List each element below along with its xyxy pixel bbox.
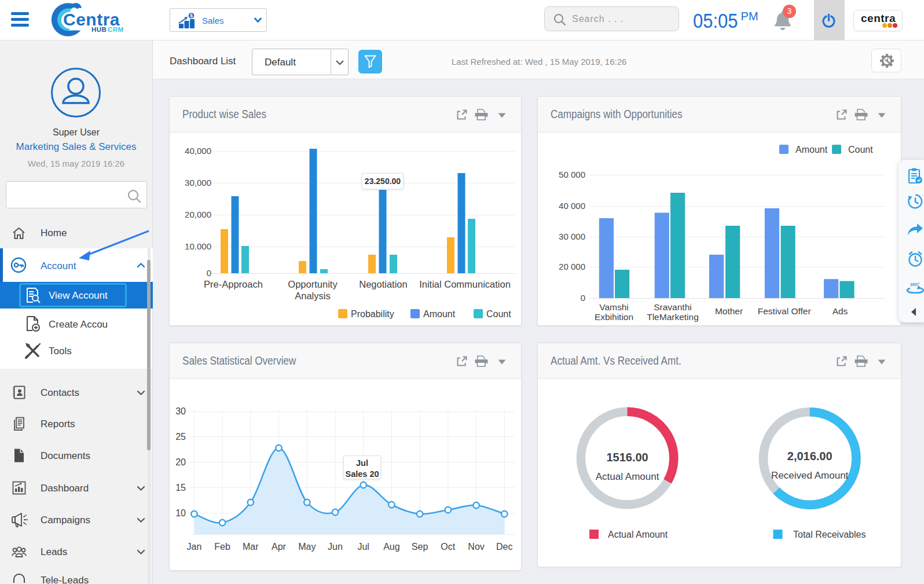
svg-text:Probability: Probability xyxy=(351,309,394,319)
svg-text:15: 15 xyxy=(175,483,186,493)
svg-text:40,000: 40,000 xyxy=(185,146,211,156)
svg-text:Jan: Jan xyxy=(187,542,202,552)
svg-text:Aug: Aug xyxy=(383,542,399,552)
svg-text:Sep: Sep xyxy=(412,542,428,552)
svg-text:Ads: Ads xyxy=(833,306,848,316)
svg-text:Mar: Mar xyxy=(243,542,259,552)
svg-text:50 000: 50 000 xyxy=(559,170,585,179)
svg-text:Total Receivables: Total Receivables xyxy=(793,530,866,539)
svg-text:10.000: 10.000 xyxy=(185,241,211,251)
svg-text:Oct: Oct xyxy=(441,542,455,552)
svg-text:40 000: 40 000 xyxy=(559,201,585,211)
svg-text:0: 0 xyxy=(581,293,585,303)
svg-text:20,000: 20,000 xyxy=(185,210,211,219)
svg-text:Pre-Approach: Pre-Approach xyxy=(204,279,263,289)
svg-text:25: 25 xyxy=(175,432,186,442)
svg-text:May: May xyxy=(298,542,316,552)
svg-text:1516.00: 1516.00 xyxy=(606,451,648,464)
svg-text:Actual Amount: Actual Amount xyxy=(596,471,659,482)
svg-text:Jun: Jun xyxy=(328,542,343,552)
svg-text:30,000: 30,000 xyxy=(185,178,211,188)
svg-text:Count: Count xyxy=(486,309,511,319)
svg-text:Nov: Nov xyxy=(468,542,484,552)
svg-text:HUB: HUB xyxy=(91,26,107,33)
svg-text:Opportunity: Opportunity xyxy=(288,279,338,289)
svg-text:Negotiation: Negotiation xyxy=(359,279,407,289)
svg-text:30 000: 30 000 xyxy=(559,232,585,241)
svg-text:$: $ xyxy=(190,13,193,19)
svg-text:Jul: Jul xyxy=(357,542,369,552)
svg-text:Feb: Feb xyxy=(214,542,230,552)
svg-text:10: 10 xyxy=(175,508,186,518)
svg-text:30: 30 xyxy=(175,406,186,416)
svg-text:20: 20 xyxy=(175,457,186,467)
svg-text:2,016.00: 2,016.00 xyxy=(787,450,833,462)
svg-text:Sravanthi: Sravanthi xyxy=(654,302,691,312)
svg-text:360°: 360° xyxy=(910,282,920,287)
svg-text:Dec: Dec xyxy=(496,542,512,552)
svg-text:Amount: Amount xyxy=(423,309,456,319)
svg-text:Mother: Mother xyxy=(715,306,743,316)
svg-text:Analysis: Analysis xyxy=(295,291,330,301)
svg-text:Festival Offer: Festival Offer xyxy=(758,306,811,316)
svg-text:CRM: CRM xyxy=(108,26,124,33)
svg-text:Initial Communication: Initial Communication xyxy=(419,279,511,289)
svg-text:20 000: 20 000 xyxy=(559,262,585,271)
svg-text:Amount: Amount xyxy=(795,145,828,155)
svg-text:Vamshi: Vamshi xyxy=(599,302,629,312)
svg-text:0: 0 xyxy=(207,268,211,278)
svg-text:Apr: Apr xyxy=(272,542,287,552)
svg-text:Exbihition: Exbihition xyxy=(595,312,633,322)
svg-text:TleMarketing: TleMarketing xyxy=(647,312,699,322)
svg-text:Actual Amount: Actual Amount xyxy=(608,530,668,539)
svg-text:Count: Count xyxy=(848,145,873,155)
svg-text:Received Amount: Received Amount xyxy=(771,470,849,481)
